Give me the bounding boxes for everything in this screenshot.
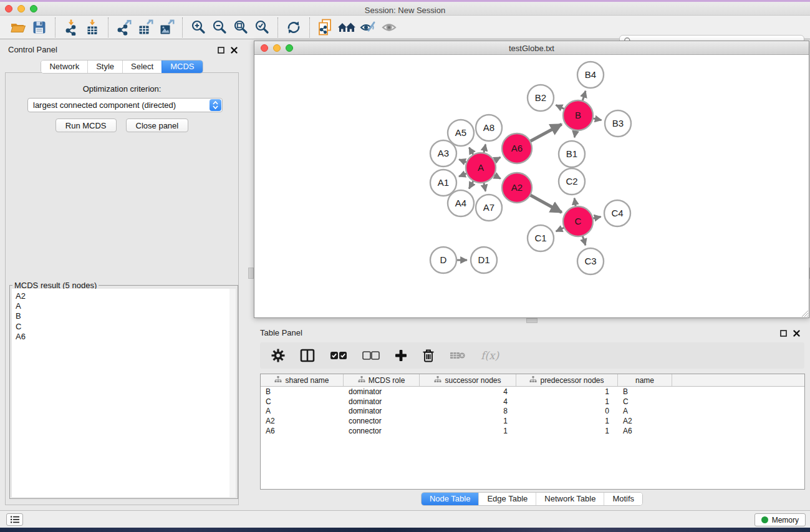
cell[interactable]: connector (344, 427, 420, 435)
memory-button[interactable]: Memory (755, 513, 806, 526)
cell[interactable]: 1 (516, 397, 618, 406)
float-panel-icon[interactable] (218, 45, 224, 56)
cell[interactable]: A6 (618, 427, 672, 435)
cell[interactable]: A (261, 407, 344, 415)
zoom-in-icon[interactable] (188, 17, 209, 37)
cell[interactable]: C (261, 397, 344, 406)
cell[interactable]: 0 (516, 407, 618, 415)
zoom-selected-icon[interactable] (251, 17, 272, 37)
node-A3[interactable]: A3 (430, 140, 456, 167)
node-B4[interactable]: B4 (577, 62, 604, 88)
node-D[interactable]: D (430, 247, 456, 273)
criterion-dropdown[interactable]: largest connected component (directed) (27, 98, 223, 112)
export-table-icon[interactable] (135, 17, 156, 37)
import-table-icon[interactable] (82, 17, 103, 37)
run-mcds-button[interactable]: Run MCDS (55, 118, 117, 132)
select-all-icon[interactable] (330, 351, 347, 360)
node-A7[interactable]: A7 (476, 195, 502, 221)
node-A4[interactable]: A4 (448, 190, 474, 216)
refresh-layout-icon[interactable] (283, 17, 304, 37)
cell[interactable]: C (618, 397, 672, 406)
result-item-a[interactable]: A (16, 301, 230, 311)
cell[interactable]: 4 (420, 397, 516, 406)
export-image-icon[interactable] (156, 17, 177, 37)
node-C1[interactable]: C1 (528, 225, 554, 251)
result-item-b[interactable]: B (16, 311, 230, 321)
column-header-shared-name[interactable]: shared name (261, 374, 344, 386)
cell[interactable]: A (618, 407, 672, 415)
node-A6[interactable]: A6 (502, 133, 532, 163)
column-header-successor-nodes[interactable]: successor nodes (420, 374, 516, 386)
node-table[interactable]: shared nameMCDS rolesuccessor nodesprede… (260, 374, 805, 490)
table-row-a[interactable]: Adominator80A (261, 406, 804, 416)
node-A1[interactable]: A1 (430, 170, 456, 196)
node-A2[interactable]: A2 (502, 173, 532, 203)
close-table-panel-icon[interactable] (793, 328, 800, 339)
hide-selected-icon[interactable] (357, 17, 378, 37)
node-A5[interactable]: A5 (448, 120, 474, 146)
show-all-icon[interactable] (378, 17, 400, 37)
add-column-icon[interactable] (395, 349, 407, 362)
export-network-icon[interactable] (113, 17, 135, 37)
close-panel-icon[interactable] (231, 45, 238, 56)
cell[interactable]: 1 (420, 427, 516, 435)
cell[interactable]: A2 (618, 417, 672, 425)
cell[interactable]: 4 (420, 387, 516, 396)
import-network-icon[interactable] (60, 17, 82, 37)
result-item-c[interactable]: C (16, 322, 230, 332)
table-row-a6[interactable]: A6connector11A6 (261, 426, 804, 436)
result-scrollbar[interactable] (229, 289, 236, 497)
node-A8[interactable]: A8 (476, 115, 502, 141)
table-row-c[interactable]: Cdominator41C (261, 397, 804, 407)
result-item-a2[interactable]: A2 (16, 291, 230, 301)
node-C3[interactable]: C3 (577, 248, 604, 274)
float-table-panel-icon[interactable] (780, 328, 787, 339)
column-header-name[interactable]: name (618, 374, 672, 386)
home-icon[interactable] (336, 17, 357, 37)
horizontal-split-handle[interactable] (526, 318, 538, 323)
zoom-out-icon[interactable] (209, 17, 230, 37)
table-row-b[interactable]: Bdominator41B (261, 387, 804, 397)
mcds-result-list[interactable]: A2ABCA6 (12, 289, 231, 497)
open-network-file-icon[interactable] (315, 17, 336, 37)
node-B[interactable]: B (563, 100, 593, 130)
tab-node-table[interactable]: Node Table (422, 493, 479, 505)
node-C4[interactable]: C4 (604, 200, 630, 226)
column-visibility-icon[interactable] (300, 349, 315, 362)
cell[interactable]: A6 (261, 427, 344, 435)
tab-mcds[interactable]: MCDS (162, 60, 202, 73)
cell[interactable]: 1 (516, 427, 618, 435)
node-B3[interactable]: B3 (605, 110, 631, 137)
cell[interactable]: 1 (516, 387, 618, 396)
result-item-a6[interactable]: A6 (16, 332, 230, 342)
node-C2[interactable]: C2 (559, 168, 585, 195)
cell[interactable]: 1 (420, 417, 516, 425)
node-B2[interactable]: B2 (528, 85, 554, 111)
column-header-predecessor-nodes[interactable]: predecessor nodes (516, 374, 618, 386)
node-D1[interactable]: D1 (471, 247, 497, 273)
cell[interactable]: A2 (261, 417, 344, 425)
cell[interactable]: B (261, 387, 344, 396)
cell[interactable]: dominator (344, 397, 420, 406)
task-history-button[interactable] (6, 513, 23, 526)
node-A[interactable]: A (466, 153, 496, 183)
network-canvas[interactable]: B4B2BB3A5A8A6B1A3AA1C2A4A7A2C4CC1C3DD1 (255, 55, 809, 317)
cell[interactable]: 8 (420, 407, 516, 415)
tab-motifs[interactable]: Motifs (604, 493, 642, 505)
tab-edge-table[interactable]: Edge Table (478, 493, 536, 505)
node-C[interactable]: C (563, 206, 593, 236)
tab-style[interactable]: Style (87, 60, 122, 73)
deselect-all-icon[interactable] (362, 351, 380, 360)
cell[interactable]: connector (344, 417, 420, 425)
cell[interactable]: B (618, 387, 672, 396)
cell[interactable]: dominator (344, 407, 420, 415)
tab-select[interactable]: Select (122, 60, 162, 73)
column-header-MCDS-role[interactable]: MCDS role (344, 374, 420, 386)
tab-network-table[interactable]: Network Table (536, 493, 604, 505)
tab-network[interactable]: Network (41, 60, 87, 73)
node-B1[interactable]: B1 (559, 141, 585, 167)
close-panel-button[interactable]: Close panel (126, 118, 189, 132)
window-resize-grip[interactable] (800, 309, 808, 317)
table-row-a2[interactable]: A2connector11A2 (261, 416, 804, 426)
open-session-icon[interactable] (7, 17, 29, 37)
